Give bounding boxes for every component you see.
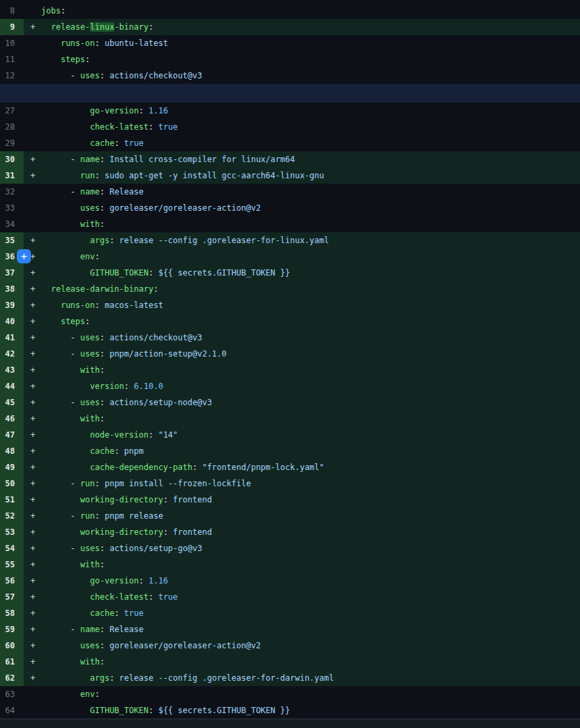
code-token xyxy=(41,138,90,148)
diff-line: 8jobs: xyxy=(0,3,580,19)
code-token: name xyxy=(80,155,100,164)
line-number[interactable]: 9 xyxy=(0,19,24,35)
diff-marker: + xyxy=(24,313,41,330)
line-number[interactable]: 42 xyxy=(0,346,24,362)
line-number[interactable]: 39 xyxy=(0,297,24,313)
line-number[interactable]: 61 xyxy=(0,654,24,670)
line-number[interactable]: 62 xyxy=(0,670,24,686)
diff-marker: + xyxy=(24,411,41,427)
diff-line: 57+ check-latest: true xyxy=(0,589,580,605)
line-number[interactable]: 50 xyxy=(0,475,24,492)
diff-marker: + xyxy=(24,524,41,540)
diff-marker xyxy=(24,103,41,119)
code-token xyxy=(41,560,80,569)
code-token: run xyxy=(80,171,95,180)
code-token: args xyxy=(90,236,109,245)
code-token xyxy=(41,122,90,132)
diff-line: 48+ cache: pnpm xyxy=(0,443,580,459)
code-token: : xyxy=(61,6,65,16)
diff-marker: + xyxy=(24,167,41,184)
line-number[interactable]: 60 xyxy=(0,638,24,654)
code-token xyxy=(41,576,90,586)
line-number[interactable]: 56 xyxy=(0,573,24,589)
line-number[interactable]: 31 xyxy=(0,167,24,184)
line-number[interactable]: 51 xyxy=(0,492,24,508)
line-number[interactable]: 38 xyxy=(0,281,24,297)
line-number[interactable]: 58 xyxy=(0,605,24,621)
diff-line: 47+ node-version: "14" xyxy=(0,427,580,443)
line-number[interactable]: 32 xyxy=(0,184,24,200)
code-token xyxy=(41,527,80,537)
line-number[interactable]: 11 xyxy=(0,51,24,68)
code-token: args xyxy=(90,673,109,683)
code-token: frontend xyxy=(173,495,212,504)
code-token: frontend xyxy=(173,527,212,537)
code-line: with: xyxy=(41,216,580,232)
code-line: env: xyxy=(41,249,580,265)
page-background-strip xyxy=(0,719,580,728)
line-number[interactable]: 45 xyxy=(0,394,24,411)
line-number[interactable]: 48 xyxy=(0,443,24,459)
code-token: : xyxy=(100,187,109,197)
line-number[interactable]: 64 xyxy=(0,702,24,719)
code-token xyxy=(41,55,61,64)
code-token: 6.10.0 xyxy=(134,382,163,391)
diff-line: 41+ - uses: actions/checkout@v3 xyxy=(0,330,580,346)
line-number[interactable]: 41 xyxy=(0,330,24,346)
diff-line: 63 env: xyxy=(0,686,580,702)
add-comment-button[interactable]: + xyxy=(17,249,31,263)
diff-marker: + xyxy=(24,670,41,686)
line-number[interactable]: 52 xyxy=(0,508,24,524)
diff-marker: + xyxy=(24,232,41,249)
code-token: - xyxy=(41,398,80,407)
code-line: - name: Install cross-compiler for linux… xyxy=(41,151,580,167)
line-number[interactable]: 63 xyxy=(0,686,24,702)
line-number[interactable]: 49 xyxy=(0,459,24,475)
line-number[interactable]: 35 xyxy=(0,232,24,249)
line-number[interactable]: 10 xyxy=(0,35,24,51)
code-line: version: 6.10.0 xyxy=(41,378,580,394)
line-number[interactable]: 12 xyxy=(0,68,24,84)
line-number[interactable]: 33 xyxy=(0,200,24,216)
code-token: - xyxy=(41,187,80,197)
code-token xyxy=(41,382,90,391)
line-number[interactable]: 8 xyxy=(0,3,24,19)
line-number[interactable]: 43 xyxy=(0,362,24,378)
code-token: : xyxy=(114,446,124,456)
line-number[interactable]: 37 xyxy=(0,265,24,281)
line-number[interactable]: 27 xyxy=(0,103,24,119)
line-number[interactable]: 55 xyxy=(0,556,24,573)
code-token: 1.16 xyxy=(149,576,168,586)
code-token: actions/setup-go@v3 xyxy=(109,544,202,553)
code-line: check-latest: true xyxy=(41,119,580,135)
line-number[interactable]: 59 xyxy=(0,621,24,638)
code-token: actions/checkout@v3 xyxy=(109,71,202,80)
line-number[interactable]: 34 xyxy=(0,216,24,232)
code-token: : xyxy=(100,349,109,359)
line-number[interactable]: 30 xyxy=(0,151,24,167)
line-number[interactable]: 44 xyxy=(0,378,24,394)
code-token: : xyxy=(85,55,90,64)
code-token: : xyxy=(100,560,105,569)
line-number[interactable]: 53 xyxy=(0,524,24,540)
diff-line: 45+ - uses: actions/setup-node@v3 xyxy=(0,394,580,411)
diff-line: 39+ runs-on: macos-latest xyxy=(0,297,580,313)
diff-marker xyxy=(24,216,41,232)
diff-line: 64 GITHUB_TOKEN: ${{ secrets.GITHUB_TOKE… xyxy=(0,702,580,719)
code-token: - xyxy=(41,625,80,634)
line-number[interactable]: 40 xyxy=(0,313,24,330)
line-number[interactable]: 47 xyxy=(0,427,24,443)
diff-line: 30+ - name: Install cross-compiler for l… xyxy=(0,151,580,167)
code-line: uses: goreleaser/goreleaser-action@v2 xyxy=(41,638,580,654)
line-number[interactable]: 29 xyxy=(0,135,24,151)
code-token: with xyxy=(80,657,100,667)
line-number[interactable]: 57 xyxy=(0,589,24,605)
line-number[interactable]: 28 xyxy=(0,119,24,135)
expand-hunk-row[interactable] xyxy=(0,84,580,103)
code-token: go-version xyxy=(90,106,138,115)
code-token: actions/setup-node@v3 xyxy=(109,398,212,407)
line-number[interactable]: 46 xyxy=(0,411,24,427)
diff-marker: + xyxy=(24,475,41,492)
line-number[interactable]: 54 xyxy=(0,540,24,556)
diff-marker: + xyxy=(24,394,41,411)
